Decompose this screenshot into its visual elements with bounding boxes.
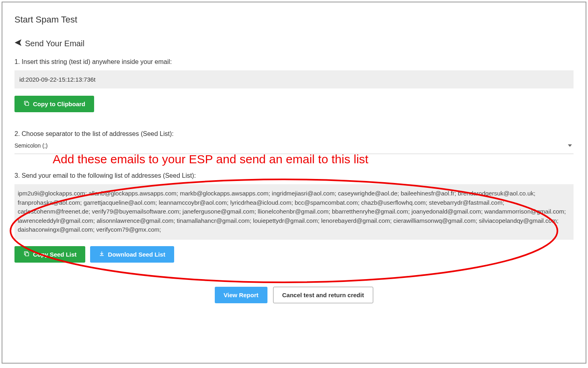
copy-icon — [23, 100, 30, 108]
chevron-down-icon — [568, 144, 572, 147]
seed-list-box[interactable]: ipm2u9i@glockapps.com; allanb@glockapps.… — [14, 184, 574, 240]
annotation-text: Add these emails to your ESP and send an… — [53, 152, 368, 166]
separator-value: Semicolon (;) — [14, 142, 47, 149]
separator-select[interactable]: Semicolon (;) — [14, 142, 574, 154]
copy-clipboard-button[interactable]: Copy to Clipboard — [14, 96, 94, 112]
main-container: Start Spam Test Send Your Email 1. Inser… — [2, 2, 586, 364]
svg-rect-1 — [25, 253, 29, 256]
cancel-test-button[interactable]: Cancel test and return credit — [273, 287, 373, 303]
view-report-label: View Report — [224, 292, 258, 298]
footer-buttons: View Report Cancel test and return credi… — [14, 287, 574, 303]
download-seed-list-label: Download Seed List — [108, 251, 165, 258]
send-icon — [14, 39, 22, 48]
test-id-box: id:2020-09-22-15:12:13:736t — [14, 70, 574, 88]
section-header: Send Your Email — [14, 39, 574, 48]
view-report-button[interactable]: View Report — [215, 287, 267, 303]
step2-label: 2. Choose separator to the list of addre… — [14, 130, 574, 138]
download-icon — [99, 251, 105, 258]
copy-seed-list-label: Copy Seed List — [33, 251, 76, 258]
copy-seed-list-button[interactable]: Copy Seed List — [14, 246, 85, 263]
svg-rect-0 — [25, 102, 29, 105]
page-title: Start Spam Test — [14, 14, 574, 25]
cancel-test-label: Cancel test and return credit — [282, 292, 364, 298]
section-header-text: Send Your Email — [25, 39, 84, 48]
step3-button-row: Copy Seed List Download Seed List — [14, 246, 574, 263]
svg-rect-2 — [100, 255, 104, 256]
copy-clipboard-label: Copy to Clipboard — [33, 101, 85, 107]
download-seed-list-button[interactable]: Download Seed List — [90, 246, 174, 263]
copy-icon — [23, 251, 30, 258]
step3-label: 3. Send your email to the following list… — [14, 172, 574, 179]
step1-label: 1. Insert this string (test id) anywhere… — [14, 58, 574, 66]
